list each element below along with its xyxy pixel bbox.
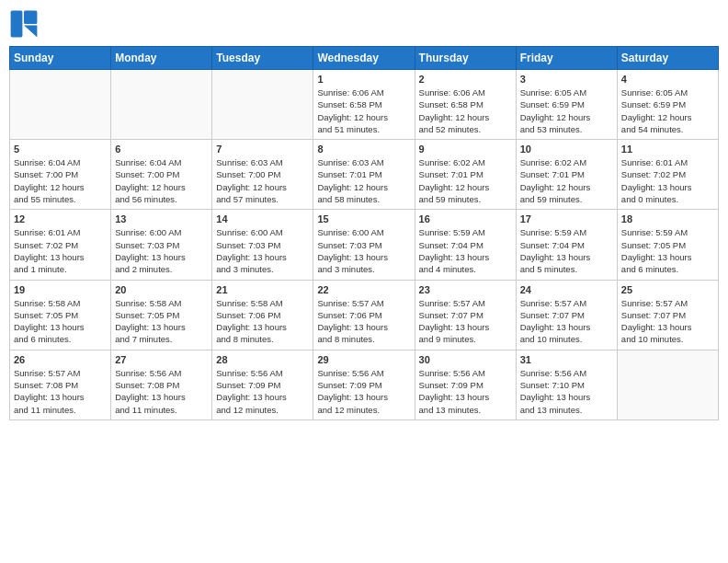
calendar-cell: 9Sunrise: 6:02 AM Sunset: 7:01 PM Daylig… [415,140,516,210]
day-number: 10 [520,144,613,155]
calendar-cell: 23Sunrise: 5:57 AM Sunset: 7:07 PM Dayli… [415,280,516,350]
calendar-cell: 26Sunrise: 5:57 AM Sunset: 7:08 PM Dayli… [10,350,111,419]
day-number: 8 [317,144,410,155]
day-number: 16 [419,213,512,224]
day-number: 29 [317,354,410,365]
svg-rect-0 [11,11,23,38]
day-number: 2 [419,74,512,85]
calendar-cell [10,70,111,140]
day-info: Sunrise: 5:56 AM Sunset: 7:08 PM Dayligh… [115,367,208,416]
day-info: Sunrise: 6:05 AM Sunset: 6:59 PM Dayligh… [621,86,714,135]
calendar-cell: 15Sunrise: 6:00 AM Sunset: 7:03 PM Dayli… [313,210,415,280]
day-number: 13 [115,213,208,224]
day-info: Sunrise: 6:03 AM Sunset: 7:01 PM Dayligh… [317,156,410,205]
calendar-cell: 14Sunrise: 6:00 AM Sunset: 7:03 PM Dayli… [212,210,313,280]
day-info: Sunrise: 5:58 AM Sunset: 7:06 PM Dayligh… [216,297,309,346]
calendar-cell: 31Sunrise: 5:56 AM Sunset: 7:10 PM Dayli… [516,350,617,419]
day-number: 6 [115,144,208,155]
day-info: Sunrise: 5:59 AM Sunset: 7:04 PM Dayligh… [520,226,613,275]
day-info: Sunrise: 6:00 AM Sunset: 7:03 PM Dayligh… [317,226,410,275]
day-number: 26 [14,354,107,365]
day-number: 20 [115,284,208,295]
day-info: Sunrise: 5:57 AM Sunset: 7:07 PM Dayligh… [621,297,714,346]
day-header-saturday: Saturday [617,47,718,70]
day-number: 24 [520,284,613,295]
calendar-week-4: 19Sunrise: 5:58 AM Sunset: 7:05 PM Dayli… [10,280,719,350]
calendar-cell: 17Sunrise: 5:59 AM Sunset: 7:04 PM Dayli… [516,210,617,280]
day-info: Sunrise: 6:05 AM Sunset: 6:59 PM Dayligh… [520,86,613,135]
day-number: 15 [317,213,410,224]
calendar-cell: 8Sunrise: 6:03 AM Sunset: 7:01 PM Daylig… [313,140,415,210]
day-info: Sunrise: 6:02 AM Sunset: 7:01 PM Dayligh… [520,156,613,205]
calendar-cell: 25Sunrise: 5:57 AM Sunset: 7:07 PM Dayli… [617,280,718,350]
calendar-week-5: 26Sunrise: 5:57 AM Sunset: 7:08 PM Dayli… [10,350,719,419]
calendar-cell: 20Sunrise: 5:58 AM Sunset: 7:05 PM Dayli… [111,280,212,350]
day-number: 17 [520,213,613,224]
calendar-header-row: SundayMondayTuesdayWednesdayThursdayFrid… [10,47,719,70]
day-info: Sunrise: 6:00 AM Sunset: 7:03 PM Dayligh… [216,226,309,275]
day-info: Sunrise: 5:57 AM Sunset: 7:08 PM Dayligh… [14,367,107,416]
calendar-cell: 24Sunrise: 5:57 AM Sunset: 7:07 PM Dayli… [516,280,617,350]
day-info: Sunrise: 5:56 AM Sunset: 7:10 PM Dayligh… [520,367,613,416]
calendar-week-1: 1Sunrise: 6:06 AM Sunset: 6:58 PM Daylig… [10,70,719,140]
calendar-cell: 2Sunrise: 6:06 AM Sunset: 6:58 PM Daylig… [415,70,516,140]
day-header-monday: Monday [111,47,212,70]
day-number: 23 [419,284,512,295]
day-number: 19 [14,284,107,295]
calendar-cell: 6Sunrise: 6:04 AM Sunset: 7:00 PM Daylig… [111,140,212,210]
day-info: Sunrise: 6:06 AM Sunset: 6:58 PM Dayligh… [419,86,512,135]
day-info: Sunrise: 6:01 AM Sunset: 7:02 PM Dayligh… [14,226,107,275]
calendar-cell: 10Sunrise: 6:02 AM Sunset: 7:01 PM Dayli… [516,140,617,210]
day-number: 11 [621,144,714,155]
day-info: Sunrise: 5:56 AM Sunset: 7:09 PM Dayligh… [317,367,410,416]
calendar-cell: 27Sunrise: 5:56 AM Sunset: 7:08 PM Dayli… [111,350,212,419]
calendar-cell: 22Sunrise: 5:57 AM Sunset: 7:06 PM Dayli… [313,280,415,350]
day-header-thursday: Thursday [415,47,516,70]
day-info: Sunrise: 6:04 AM Sunset: 7:00 PM Dayligh… [115,156,208,205]
calendar-cell: 1Sunrise: 6:06 AM Sunset: 6:58 PM Daylig… [313,70,415,140]
calendar-cell: 28Sunrise: 5:56 AM Sunset: 7:09 PM Dayli… [212,350,313,419]
calendar-cell: 19Sunrise: 5:58 AM Sunset: 7:05 PM Dayli… [10,280,111,350]
calendar-header [9,9,719,39]
day-info: Sunrise: 5:57 AM Sunset: 7:06 PM Dayligh… [317,297,410,346]
day-info: Sunrise: 6:02 AM Sunset: 7:01 PM Dayligh… [419,156,512,205]
calendar-cell: 29Sunrise: 5:56 AM Sunset: 7:09 PM Dayli… [313,350,415,419]
day-number: 21 [216,284,309,295]
day-number: 7 [216,144,309,155]
calendar-week-3: 12Sunrise: 6:01 AM Sunset: 7:02 PM Dayli… [10,210,719,280]
day-number: 28 [216,354,309,365]
day-header-wednesday: Wednesday [313,47,415,70]
day-info: Sunrise: 5:58 AM Sunset: 7:05 PM Dayligh… [14,297,107,346]
day-number: 27 [115,354,208,365]
day-info: Sunrise: 6:06 AM Sunset: 6:58 PM Dayligh… [317,86,410,135]
day-info: Sunrise: 5:57 AM Sunset: 7:07 PM Dayligh… [520,297,613,346]
calendar-cell: 5Sunrise: 6:04 AM Sunset: 7:00 PM Daylig… [10,140,111,210]
day-info: Sunrise: 5:59 AM Sunset: 7:04 PM Dayligh… [419,226,512,275]
day-info: Sunrise: 5:57 AM Sunset: 7:07 PM Dayligh… [419,297,512,346]
day-number: 1 [317,74,410,85]
day-number: 3 [520,74,613,85]
day-number: 14 [216,213,309,224]
day-number: 5 [14,144,107,155]
logo-icon [9,9,39,39]
day-number: 31 [520,354,613,365]
calendar-cell: 11Sunrise: 6:01 AM Sunset: 7:02 PM Dayli… [617,140,718,210]
calendar-week-2: 5Sunrise: 6:04 AM Sunset: 7:00 PM Daylig… [10,140,719,210]
day-header-friday: Friday [516,47,617,70]
calendar-cell [617,350,718,419]
day-info: Sunrise: 6:03 AM Sunset: 7:00 PM Dayligh… [216,156,309,205]
day-info: Sunrise: 6:00 AM Sunset: 7:03 PM Dayligh… [115,226,208,275]
calendar-cell [111,70,212,140]
calendar-cell: 3Sunrise: 6:05 AM Sunset: 6:59 PM Daylig… [516,70,617,140]
calendar-cell [212,70,313,140]
calendar-cell: 16Sunrise: 5:59 AM Sunset: 7:04 PM Dayli… [415,210,516,280]
calendar-table: SundayMondayTuesdayWednesdayThursdayFrid… [9,46,719,420]
day-header-sunday: Sunday [10,47,111,70]
day-number: 9 [419,144,512,155]
day-number: 30 [419,354,512,365]
calendar-cell: 30Sunrise: 5:56 AM Sunset: 7:09 PM Dayli… [415,350,516,419]
calendar-cell: 4Sunrise: 6:05 AM Sunset: 6:59 PM Daylig… [617,70,718,140]
calendar-cell: 18Sunrise: 5:59 AM Sunset: 7:05 PM Dayli… [617,210,718,280]
svg-marker-2 [24,26,37,38]
logo [9,9,42,39]
